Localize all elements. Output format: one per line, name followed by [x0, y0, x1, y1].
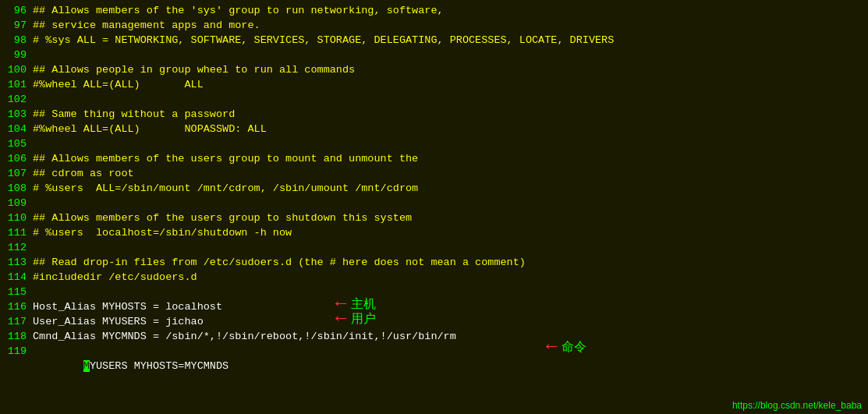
- line-99: 99: [0, 48, 868, 62]
- line-content-114: #includedir /etc/sudoers.d: [33, 270, 197, 285]
- cursor: M: [83, 360, 90, 372]
- linenum-104: 104: [0, 122, 33, 136]
- line-105: 105: [0, 136, 868, 151]
- line-content-107: ## cdrom as root: [33, 166, 134, 181]
- linenum-116: 116: [0, 299, 33, 314]
- line-content-97: ## service management apps and more.: [33, 18, 260, 33]
- line-117: 117 User_Alias MYUSERS = jichao: [0, 314, 868, 329]
- linenum-113: 113: [0, 255, 33, 270]
- line-content-106: ## Allows members of the users group to …: [33, 151, 418, 166]
- linenum-118: 118: [0, 329, 33, 344]
- line-content-104: #%wheel ALL=(ALL) NOPASSWD: ALL: [33, 122, 267, 136]
- line-content-118: Cmnd_Alias MYCMNDS = /sbin/*,!/sbin/rebo…: [33, 329, 456, 344]
- line-115: 115: [0, 285, 868, 299]
- linenum-99: 99: [0, 48, 33, 62]
- line-119-rest: YUSERS MYHOSTS=MYCMNDS: [90, 360, 229, 372]
- line-118: 118 Cmnd_Alias MYCMNDS = /sbin/*,!/sbin/…: [0, 329, 868, 344]
- user-label: 用户: [351, 311, 376, 327]
- line-content-110: ## Allows members of the users group to …: [33, 211, 412, 225]
- terminal: 96 ## Allows members of the 'sys' group …: [0, 0, 868, 414]
- line-97: 97 ## service management apps and more.: [0, 18, 868, 33]
- line-96: 96 ## Allows members of the 'sys' group …: [0, 3, 868, 18]
- linenum-119: 119: [0, 344, 33, 359]
- linenum-97: 97: [0, 18, 33, 33]
- linenum-109: 109: [0, 196, 33, 211]
- linenum-106: 106: [0, 151, 33, 166]
- line-106: 106 ## Allows members of the users group…: [0, 151, 868, 166]
- line-104: 104 #%wheel ALL=(ALL) NOPASSWD: ALL: [0, 122, 868, 136]
- line-content-108: # %users ALL=/sbin/mount /mnt/cdrom, /sb…: [33, 181, 418, 196]
- line-content-96: ## Allows members of the 'sys' group to …: [33, 3, 444, 18]
- line-content-98: # %sys ALL = NETWORKING, SOFTWARE, SERVI…: [33, 33, 614, 48]
- line-101: 101 #%wheel ALL=(ALL) ALL: [0, 77, 868, 92]
- linenum-112: 112: [0, 240, 33, 255]
- line-content-100: ## Allows people in group wheel to run a…: [33, 62, 355, 77]
- line-102: 102: [0, 92, 868, 107]
- line-content-113: ## Read drop-in files from /etc/sudoers.…: [33, 255, 526, 270]
- cmd-arrow-icon: ←: [546, 338, 557, 356]
- line-content-111: # %users localhost=/sbin/shutdown -h now: [33, 225, 292, 240]
- linenum-100: 100: [0, 62, 33, 77]
- linenum-96: 96: [0, 3, 33, 18]
- line-111: 111 # %users localhost=/sbin/shutdown -h…: [0, 225, 868, 240]
- linenum-108: 108: [0, 181, 33, 196]
- linenum-107: 107: [0, 166, 33, 181]
- linenum-105: 105: [0, 136, 33, 151]
- line-109: 109: [0, 196, 868, 211]
- line-112: 112: [0, 240, 868, 255]
- linenum-115: 115: [0, 285, 33, 299]
- line-116: 116 Host_Alias MYHOSTS = localhost: [0, 299, 868, 314]
- user-arrow-icon: ←: [335, 310, 346, 328]
- line-98: 98 # %sys ALL = NETWORKING, SOFTWARE, SE…: [0, 33, 868, 48]
- linenum-98: 98: [0, 33, 33, 48]
- linenum-114: 114: [0, 270, 33, 285]
- code-area: 96 ## Allows members of the 'sys' group …: [0, 0, 868, 391]
- linenum-117: 117: [0, 314, 33, 329]
- line-110: 110 ## Allows members of the users group…: [0, 211, 868, 225]
- line-content-116: Host_Alias MYHOSTS = localhost: [33, 299, 222, 314]
- linenum-102: 102: [0, 92, 33, 107]
- line-100: 100 ## Allows people in group wheel to r…: [0, 62, 868, 77]
- linenum-101: 101: [0, 77, 33, 92]
- cmd-annotation: ← 命令: [546, 338, 586, 356]
- cmd-label: 命令: [562, 339, 586, 356]
- line-119: 119 MYUSERS MYHOSTS=MYCMNDS: [0, 344, 868, 388]
- line-113: 113 ## Read drop-in files from /etc/sudo…: [0, 255, 868, 270]
- line-108: 108 # %users ALL=/sbin/mount /mnt/cdrom,…: [0, 181, 868, 196]
- line-content-119: MYUSERS MYHOSTS=MYCMNDS: [33, 344, 229, 388]
- line-107: 107 ## cdrom as root: [0, 166, 868, 181]
- linenum-110: 110: [0, 211, 33, 225]
- user-annotation: ← 用户: [335, 310, 376, 328]
- line-103: 103 ## Same thing without a password: [0, 107, 868, 122]
- line-content-117: User_Alias MYUSERS = jichao: [33, 314, 204, 329]
- line-content-103: ## Same thing without a password: [33, 107, 235, 122]
- line-114: 114 #includedir /etc/sudoers.d: [0, 270, 868, 285]
- line-content-101: #%wheel ALL=(ALL) ALL: [33, 77, 204, 92]
- linenum-103: 103: [0, 107, 33, 122]
- linenum-111: 111: [0, 225, 33, 240]
- watermark: https://blog.csdn.net/kele_baba: [732, 400, 862, 411]
